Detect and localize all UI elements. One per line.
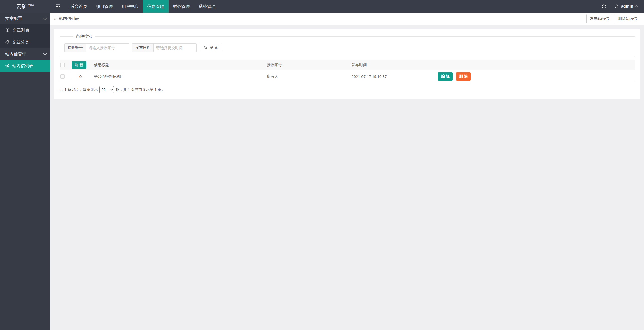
receiver-label: 接收账号 [65,44,86,52]
top-nav: 后台首页 项目管理 用户中心 信息管理 财务管理 系统管理 [66,0,220,13]
nav-item-users[interactable]: 用户中心 [117,0,143,13]
header-refresh-cell: 刷新 [72,61,94,69]
breadcrumb: 站内信列表 [59,16,79,21]
tag-icon [5,40,10,45]
search-icon [204,46,208,50]
book-icon [5,28,10,32]
publish-date-input-group: 发布日期 [132,43,197,52]
header-title: 信息标题 [94,63,267,67]
sidebar-group-article-config[interactable]: 文章配置 [0,13,50,24]
main-content: » 站内信列表 发布站内信 删除站内信 条件搜索 接收账号 发布日期 [50,13,644,330]
header-check-cell [60,63,72,67]
user-icon [614,4,619,9]
receiver-cell: 所有人 [267,74,352,79]
refresh-table-button[interactable]: 刷新 [72,61,86,69]
toolbar-actions: 发布站内信 删除站内信 [586,14,640,23]
topbar-right: admin [598,0,644,13]
delete-button[interactable]: 删除 [456,72,471,81]
send-icon [5,64,10,68]
edit-button[interactable]: 编辑 [438,72,453,81]
nav-item-projects[interactable]: 项目管理 [92,0,117,13]
sidebar-group-message-management[interactable]: 站内信管理 [0,48,50,60]
publish-date-input[interactable] [154,44,196,52]
publish-date-label: 发布日期 [132,44,154,52]
content-card: 条件搜索 接收账号 发布日期 搜索 [54,29,640,99]
app-logo-text: 云矿 [16,3,27,10]
search-fieldset: 条件搜索 接收账号 发布日期 搜索 [60,34,635,57]
refresh-page-button[interactable] [598,0,610,13]
topbar: 云矿 TP6 后台首页 项目管理 用户中心 信息管理 财务管理 系统管理 adm… [0,0,644,13]
sidebar-toggle-button[interactable] [50,0,66,13]
user-menu[interactable]: admin [610,0,644,13]
app-logo-version: TP6 [28,4,34,7]
message-table: 刷新 信息标题 接收账号 发布时间 平台值得您信赖! 所 [60,60,635,82]
search-legend: 条件搜索 [73,34,95,39]
row-actions-cell: 编辑 删除 [438,72,481,81]
search-form: 接收账号 发布日期 搜索 [64,43,630,52]
table-row: 平台值得您信赖! 所有人 2021-07-17 19:10:37 编辑 删除 [60,71,635,82]
sidebar-group-children: 文章列表 文章分类 [0,24,50,48]
sort-order-input[interactable] [72,73,89,80]
sidebar-group-label: 文章配置 [5,16,22,21]
page-body: 条件搜索 接收账号 发布日期 搜索 [50,25,644,330]
chevron-down-icon [43,16,47,20]
sidebar-item-label: 文章列表 [12,27,29,33]
pagination-prefix: 共 1 条记录，每页显示 [60,87,98,92]
sidebar-item-label: 站内信列表 [12,63,33,69]
breadcrumb-chevrons-icon: » [54,16,57,21]
receiver-input-group: 接收账号 [64,43,129,52]
sidebar-item-message-list[interactable]: 站内信列表 [0,60,50,72]
username-label: admin [621,4,633,9]
refresh-icon [601,4,606,9]
nav-item-home[interactable]: 后台首页 [66,0,92,13]
message-title-cell: 平台值得您信赖! [94,74,267,79]
header-time: 发布时间 [352,63,438,67]
sidebar-item-article-list[interactable]: 文章列表 [0,24,50,36]
receiver-input[interactable] [86,44,129,52]
delete-message-button[interactable]: 删除站内信 [615,14,640,23]
app-logo: 云矿 TP6 [0,0,50,13]
search-button[interactable]: 搜索 [200,43,222,52]
publish-time-cell: 2021-07-17 19:10:37 [352,74,438,79]
nav-item-messages[interactable]: 信息管理 [143,0,169,13]
chevron-up-icon [634,5,638,9]
sidebar: 文章配置 文章列表 文章分类 站内信管理 站内信列表 [0,13,50,330]
breadcrumb-bar: » 站内信列表 发布站内信 删除站内信 [50,13,644,25]
pagination-suffix: 条，共 1 页当前显示第 1 页。 [115,87,165,92]
row-check-cell [60,74,72,79]
nav-item-system[interactable]: 系统管理 [194,0,220,13]
header-receiver: 接收账号 [267,63,352,67]
sidebar-group-label: 站内信管理 [5,51,26,57]
page-size-select[interactable]: 20 [99,86,114,93]
select-all-checkbox[interactable] [60,63,65,67]
table-header-row: 刷新 信息标题 接收账号 发布时间 [60,60,635,70]
nav-item-finance[interactable]: 财务管理 [169,0,194,13]
chevron-down-icon [43,52,47,56]
sidebar-item-label: 文章分类 [12,39,29,45]
pagination: 共 1 条记录，每页显示 20 条，共 1 页当前显示第 1 页。 [60,86,635,93]
sidebar-item-article-category[interactable]: 文章分类 [0,36,50,48]
row-checkbox[interactable] [60,74,65,79]
search-button-label: 搜索 [209,45,219,50]
sidebar-group-children: 站内信列表 [0,60,50,72]
row-sort-cell [72,73,94,80]
menu-toggle-icon [56,4,61,9]
publish-message-button[interactable]: 发布站内信 [586,14,612,23]
